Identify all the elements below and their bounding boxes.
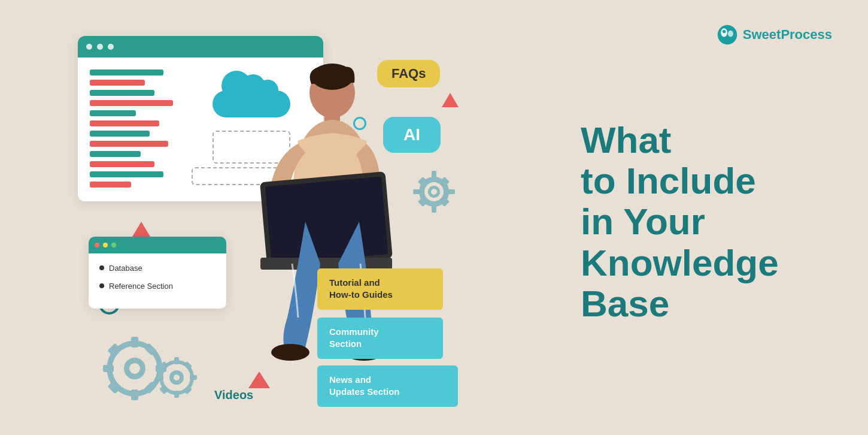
code-line	[90, 141, 168, 147]
list-item-database: Database	[99, 263, 216, 274]
tutorial-label: Tutorial andHow-to Guides	[329, 277, 393, 300]
tag-community: CommunitySection	[317, 318, 443, 359]
browser-dot-3	[108, 44, 114, 50]
svg-point-31	[129, 363, 140, 374]
tag-news: News andUpdates Section	[317, 365, 458, 407]
code-line	[90, 90, 154, 96]
heading-line1: What	[581, 119, 672, 161]
code-line	[90, 161, 154, 167]
svg-rect-38	[107, 381, 120, 394]
code-line	[90, 110, 136, 116]
logo: SweetProcess	[717, 24, 832, 46]
svg-rect-44	[174, 391, 179, 398]
browser-bottom-bar	[89, 237, 226, 253]
gear-decoration-small	[156, 357, 198, 398]
svg-rect-22	[432, 206, 436, 213]
browser-dot-2	[97, 44, 103, 50]
svg-point-0	[718, 25, 737, 44]
svg-rect-43	[174, 357, 179, 364]
svg-point-42	[174, 374, 180, 380]
triangle-decoration-2	[442, 93, 459, 107]
svg-point-2	[723, 30, 726, 33]
svg-rect-45	[156, 375, 163, 380]
heading-line5: Base	[581, 283, 669, 324]
svg-rect-12	[260, 258, 392, 270]
main-heading: What to Include in Your Knowledge Base	[581, 120, 832, 324]
reference-text: Reference Section	[109, 281, 173, 292]
database-text: Database	[109, 263, 142, 274]
code-line	[90, 171, 163, 177]
browser-bottom-content: Database Reference Section	[89, 253, 226, 309]
heading-line3: in Your	[581, 201, 705, 242]
code-line	[90, 120, 159, 126]
heading-line4: Knowledge	[581, 242, 779, 283]
code-line	[90, 80, 145, 86]
svg-rect-23	[413, 189, 420, 194]
browser-dot-red	[95, 243, 99, 247]
news-label: News andUpdates Section	[329, 374, 400, 397]
logo-icon	[717, 24, 738, 46]
bullet-1	[99, 265, 104, 270]
browser-window-bottom: Database Reference Section	[89, 237, 226, 309]
triangle-decoration-3	[248, 371, 270, 388]
code-line	[90, 100, 173, 106]
tag-tutorial: Tutorial andHow-to Guides	[317, 268, 443, 310]
browser-dot-yellow	[103, 243, 108, 247]
svg-rect-33	[131, 389, 138, 400]
svg-rect-32	[131, 337, 138, 348]
code-line	[90, 182, 131, 188]
heading-line2: to Include	[581, 160, 756, 201]
svg-rect-46	[190, 375, 197, 380]
browser-dot-green	[111, 243, 116, 247]
svg-point-3	[728, 31, 733, 37]
svg-rect-34	[103, 365, 114, 372]
code-line	[90, 70, 163, 75]
browser-dot-1	[86, 44, 92, 50]
svg-rect-21	[432, 171, 436, 178]
svg-rect-11	[265, 177, 389, 265]
bullet-2	[99, 283, 104, 288]
svg-rect-47	[159, 361, 168, 370]
code-line	[90, 151, 141, 157]
code-line	[90, 131, 150, 137]
community-label: CommunitySection	[329, 327, 379, 349]
svg-rect-24	[448, 189, 455, 194]
svg-rect-36	[107, 343, 120, 355]
svg-point-20	[431, 189, 437, 195]
gear-decoration-top	[410, 168, 458, 216]
logo-text: SweetProcess	[743, 27, 832, 43]
svg-point-13	[271, 344, 309, 361]
code-lines	[90, 70, 182, 189]
list-item-reference: Reference Section	[99, 281, 216, 292]
videos-label: Videos	[214, 388, 253, 402]
browser-top-bar	[78, 36, 323, 58]
